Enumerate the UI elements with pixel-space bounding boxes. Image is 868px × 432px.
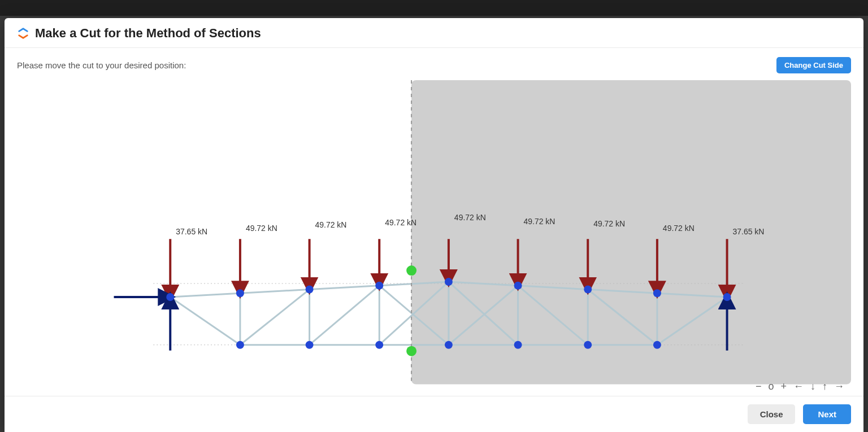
load-label: 49.72 kN [454, 213, 486, 222]
truss-node[interactable] [166, 293, 174, 301]
modal-subheader: Please move the cut to your desired posi… [5, 48, 863, 77]
zoom-out-button[interactable]: − [756, 381, 762, 392]
truss-node[interactable] [306, 341, 314, 349]
truss-node[interactable] [375, 341, 383, 349]
load-label: 37.65 kN [176, 227, 207, 236]
truss-node[interactable] [514, 341, 522, 349]
pan-left-button[interactable]: ← [793, 381, 804, 392]
zoom-reset-button[interactable]: o [768, 381, 774, 392]
truss-member [310, 286, 380, 345]
cut-handle[interactable] [406, 346, 416, 356]
load-label: 37.65 kN [733, 227, 765, 236]
background-toolbar [0, 0, 868, 16]
pan-up-button[interactable]: ↑ [822, 381, 827, 392]
close-button[interactable]: Close [748, 404, 796, 424]
truss-node[interactable] [445, 341, 453, 349]
cut-handle[interactable] [406, 265, 416, 276]
truss-node[interactable] [723, 293, 731, 301]
modal-footer: Close Next [5, 396, 863, 432]
diagram-canvas-wrap: 37.65 kN49.72 kN49.72 kN49.72 kN49.72 kN… [17, 80, 851, 396]
modal-title: Make a Cut for the Method of Sections [35, 26, 261, 41]
load-label: 49.72 kN [315, 220, 347, 229]
load-label: 49.72 kN [593, 219, 625, 228]
truss-node[interactable] [445, 278, 453, 286]
truss-diagram[interactable]: 37.65 kN49.72 kN49.72 kN49.72 kN49.72 kN… [17, 80, 851, 385]
truss-node[interactable] [653, 341, 661, 349]
truss-node[interactable] [514, 282, 522, 290]
truss-node[interactable] [236, 289, 244, 297]
truss-node[interactable] [653, 289, 661, 297]
view-controls: − o + ← ↓ ↑ → [756, 381, 844, 392]
truss-node[interactable] [375, 282, 383, 290]
load-label: 49.72 kN [524, 217, 555, 226]
load-label: 49.72 kN [663, 224, 695, 233]
modal-header: Make a Cut for the Method of Sections [5, 18, 863, 48]
truss-node[interactable] [236, 341, 244, 349]
load-label: 49.72 kN [385, 218, 416, 227]
change-cut-side-button[interactable]: Change Cut Side [776, 57, 851, 73]
truss-node[interactable] [584, 341, 592, 349]
load-label: 49.72 kN [246, 224, 277, 233]
instruction-text: Please move the cut to your desired posi… [17, 60, 186, 70]
truss-node[interactable] [306, 286, 314, 294]
method-of-sections-modal: Make a Cut for the Method of Sections Pl… [5, 18, 863, 432]
truss-member [170, 297, 240, 345]
truss-member [240, 289, 310, 344]
app-logo-icon [17, 27, 29, 40]
pan-down-button[interactable]: ↓ [810, 381, 815, 392]
pan-right-button[interactable]: → [834, 381, 844, 392]
next-button[interactable]: Next [803, 404, 851, 424]
discarded-side-overlay [411, 80, 851, 385]
truss-node[interactable] [584, 286, 592, 294]
zoom-in-button[interactable]: + [780, 381, 787, 392]
